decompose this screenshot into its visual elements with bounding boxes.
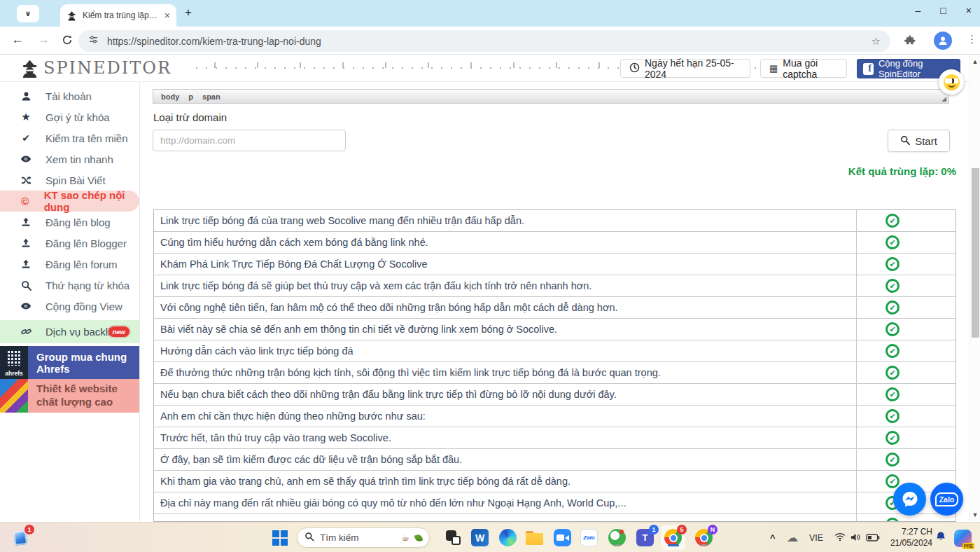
scrollbar-thumb[interactable] (972, 168, 979, 338)
maximize-button[interactable]: □ (940, 5, 946, 16)
brand-title: SPINEDITOR (43, 58, 172, 78)
sidebar-item-label: Xem tin nhanh (46, 153, 113, 165)
check-circle-icon: ✔ (886, 409, 899, 423)
check-circle-icon: ✔ (886, 431, 899, 445)
promo-label: Thiết kế website chất lượng cao (28, 382, 139, 409)
start-menu-button[interactable] (270, 528, 289, 547)
taskbar-search[interactable]: Tìm kiếm ☕ (297, 527, 430, 548)
taskbar-teams[interactable]: T 1 (636, 528, 654, 547)
promo-ahrefs[interactable]: ahrefs Group mua chung Ahrefs (0, 346, 139, 379)
tray-wifi[interactable] (834, 523, 846, 552)
tray-clock[interactable]: 7:27 CH 21/05/2024 (886, 527, 932, 548)
chrome-badge: 5 (677, 525, 687, 534)
tray-language[interactable]: VIE (809, 523, 823, 552)
sidebar-item-label: Đăng lên blog (46, 216, 111, 228)
close-button[interactable]: × (966, 5, 972, 16)
spineditor-favicon (66, 11, 77, 21)
start-button[interactable]: Start (888, 130, 950, 152)
tray-volume[interactable] (850, 523, 861, 552)
sentence-text: Link trực tiếp bóng đá của trang web Soc… (154, 215, 858, 226)
sidebar-item-community-view[interactable]: Cộng đồng View (0, 296, 139, 317)
resize-grip-icon[interactable]: ◢ (941, 95, 946, 102)
taskbar-chrome-active[interactable]: 5 (664, 528, 682, 547)
sidebar-item-post-blog[interactable]: Đăng lên blog (0, 212, 139, 233)
extensions-puzzle-icon[interactable] (904, 34, 916, 50)
tray-show-hidden[interactable]: ^ (770, 523, 776, 552)
table-row: Bài viết này sẽ chia sẻ đến anh em thông… (154, 319, 955, 340)
editor-path-body[interactable]: body (161, 92, 179, 101)
user-icon (20, 91, 32, 102)
sidebar-item-post-blogger[interactable]: Đăng lên Blogger (0, 233, 139, 254)
sidebar-item-account[interactable]: Tài khoản (0, 85, 139, 106)
editor-path-span[interactable]: span (202, 92, 220, 101)
zalo-icon: Zalo (580, 529, 598, 546)
status-cell: ✔ (856, 362, 955, 383)
taskbar-chrome-profile2[interactable]: N (694, 528, 713, 547)
buy-captcha-button[interactable]: ▦ Mua gói captcha (760, 59, 847, 78)
duplicate-check-table: Link trực tiếp bóng đá của trang web Soc… (153, 209, 956, 522)
sentence-text: Nếu bạn chưa biết cách theo dõi những tr… (154, 389, 858, 400)
page-scrollbar[interactable]: ▲ ▼ (969, 55, 980, 522)
sidebar: Tài khoản ★ Gợi ý từ khóa ✔ Kiểm tra tên… (0, 82, 140, 522)
scroll-down-icon[interactable]: ▼ (970, 511, 980, 518)
sidebar-item-keyword-suggest[interactable]: ★ Gợi ý từ khóa (0, 106, 139, 127)
taskbar-zalo[interactable]: Zalo (580, 528, 598, 547)
minimize-button[interactable]: – (916, 5, 921, 16)
sentence-text: Cúng tìm hiểu hướng dẫn cách xem bóng đá… (154, 237, 858, 248)
sentence-text: Để thưởng thức những trận bóng kịch tính… (154, 367, 858, 378)
taskbar-word[interactable]: W (470, 528, 489, 547)
taskbar-news-widget[interactable]: 1 (11, 528, 30, 547)
forward-icon[interactable]: → (37, 32, 50, 47)
sidebar-item-domain-check[interactable]: ✔ Kiểm tra tên miền (0, 127, 139, 149)
expiry-date-button[interactable]: Ngày hết hạn 25-05-2024 (620, 59, 750, 78)
task-view-button[interactable] (444, 528, 463, 547)
taskbar-edge[interactable] (498, 528, 517, 547)
browser-tab[interactable]: Kiểm tra trùng lặp nội dung × (60, 4, 176, 27)
qr-icon: ▦ (769, 63, 778, 74)
reload-icon[interactable] (62, 34, 73, 49)
site-header: SPINEDITOR Ngày hết hạn 25-05-2024 ▦ Mua… (0, 55, 980, 82)
clock-icon (629, 62, 640, 75)
messenger-button[interactable] (893, 483, 926, 516)
buy-captcha-label: Mua gói captcha (783, 57, 838, 80)
bookmark-star-icon[interactable]: ☆ (872, 35, 881, 48)
profile-avatar[interactable] (934, 32, 952, 50)
tray-notifications[interactable] (935, 523, 946, 552)
taskbar-zoom[interactable] (553, 528, 572, 547)
zalo-button[interactable]: Zalo (930, 483, 963, 516)
table-row: Trước hết, tân thủ truy cập vào trang we… (154, 427, 955, 449)
browser-menu-icon[interactable]: ⋮ (967, 33, 977, 46)
table-row: Địa chỉ này mang đến rất nhiều giải bóng… (154, 492, 955, 514)
tab-close-icon[interactable]: × (164, 10, 170, 21)
address-bar[interactable]: https://spineditor.com/kiem-tra-trung-la… (78, 30, 890, 52)
tray-battery[interactable] (866, 523, 880, 552)
tab-search-button[interactable]: ∨ (17, 5, 39, 22)
taskbar-coccoc[interactable] (608, 528, 626, 547)
coffee-icon: ☕ (401, 532, 410, 543)
scroll-up-icon[interactable]: ▲ (970, 58, 980, 65)
new-tab-button[interactable]: + (185, 6, 192, 20)
editor-path-bar: body p span ◢ (153, 89, 949, 104)
sidebar-item-spin-article[interactable]: Spin Bài Viết (0, 170, 139, 191)
sidebar-item-post-forum[interactable]: Đăng lên forum (0, 254, 139, 275)
sentence-text: Hướng dẫn cách vào link trực tiếp bóng đ… (154, 345, 858, 357)
promo-website-design[interactable]: Thiết kế website chất lượng cao (0, 379, 139, 413)
copilot-icon: PRE (954, 530, 972, 547)
running-indicator (701, 544, 707, 546)
site-info-icon[interactable] (88, 34, 99, 48)
back-icon[interactable]: ← (11, 32, 24, 47)
emoji-widget[interactable] (939, 69, 964, 95)
sidebar-item-quick-news[interactable]: Xem tin nhanh (0, 149, 139, 170)
taskbar-file-explorer[interactable] (525, 528, 544, 547)
sentence-text: Trước hết, tân thủ truy cập vào trang we… (154, 432, 858, 443)
exclude-domain-input[interactable] (153, 130, 346, 151)
sidebar-item-backlink-service[interactable]: Dịch vụ backlink new (0, 320, 139, 343)
editor-path-p[interactable]: p (188, 92, 193, 101)
sidebar-item-keyword-rank[interactable]: Thứ hạng từ khóa (0, 275, 139, 296)
taskbar-copilot[interactable]: PRE (953, 529, 972, 548)
check-circle-icon: ✔ (886, 279, 899, 293)
tray-onedrive[interactable]: ☁ (787, 523, 798, 552)
upload-icon (20, 217, 32, 227)
sidebar-item-duplicate-check[interactable]: © KT sao chép nội dung (0, 191, 139, 212)
check-circle-icon: ✔ (886, 453, 899, 467)
